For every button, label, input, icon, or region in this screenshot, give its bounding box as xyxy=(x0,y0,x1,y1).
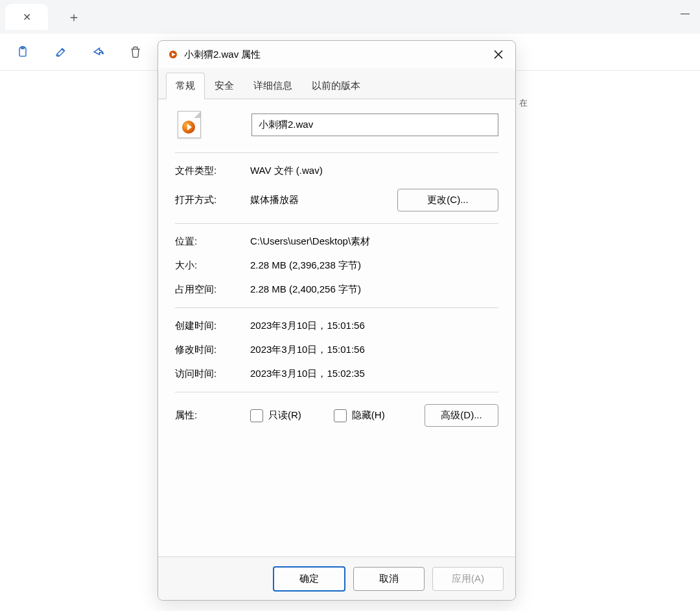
row-created: 创建时间: 2023年3月10日，15:01:56 xyxy=(175,320,498,332)
label-open-with: 打开方式: xyxy=(175,194,250,206)
change-button[interactable]: 更改(C)... xyxy=(397,189,498,211)
separator xyxy=(175,307,498,308)
filename-input[interactable] xyxy=(251,114,498,136)
row-file-type: 文件类型: WAV 文件 (.wav) xyxy=(175,165,498,177)
file-icon-large xyxy=(178,111,201,138)
value-open-with: 媒体播放器 xyxy=(250,194,397,206)
close-icon[interactable]: ✕ xyxy=(23,11,31,23)
rename-icon[interactable] xyxy=(53,45,67,59)
row-attributes: 属性: 只读(R) 隐藏(H) 高级(D)... xyxy=(175,404,498,427)
checkbox-readonly[interactable]: 只读(R) xyxy=(250,409,301,422)
advanced-button[interactable]: 高级(D)... xyxy=(425,404,498,427)
value-accessed: 2023年3月10日，15:02:35 xyxy=(250,368,498,380)
checkbox-label: 隐藏(H) xyxy=(352,409,385,422)
checkbox-box xyxy=(250,409,263,422)
checkbox-hidden[interactable]: 隐藏(H) xyxy=(334,409,385,422)
properties-dialog: 小刺猬2.wav 属性 常规 安全 详细信息 以前的版本 文件类型: WAV 文… xyxy=(158,40,516,601)
window-controls: — xyxy=(670,0,700,26)
ok-button[interactable]: 确定 xyxy=(273,566,345,592)
background-tab[interactable]: ✕ xyxy=(5,4,48,30)
file-type-icon xyxy=(167,49,179,60)
label-size: 大小: xyxy=(175,259,250,272)
tab-strip: 常规 安全 详细信息 以前的版本 xyxy=(158,68,515,99)
label-accessed: 访问时间: xyxy=(175,368,250,380)
checkbox-box xyxy=(334,409,347,422)
label-modified: 修改时间: xyxy=(175,344,250,356)
minimize-button[interactable]: — xyxy=(670,0,700,26)
apply-button[interactable]: 应用(A) xyxy=(432,567,504,591)
close-icon xyxy=(494,50,503,59)
dialog-footer: 确定 取消 应用(A) xyxy=(158,557,515,600)
background-titlebar: ✕ ＋ — xyxy=(0,0,700,34)
filename-row xyxy=(175,111,498,138)
plus-icon: ＋ xyxy=(67,8,80,26)
paste-icon[interactable] xyxy=(16,45,30,59)
label-location: 位置: xyxy=(175,235,250,248)
play-icon xyxy=(182,121,195,134)
row-location: 位置: C:\Users\user\Desktop\素材 xyxy=(175,235,498,248)
value-size: 2.28 MB (2,396,238 字节) xyxy=(250,259,498,272)
share-icon[interactable] xyxy=(91,45,105,59)
label-size-on-disk: 占用空间: xyxy=(175,283,250,296)
close-button[interactable] xyxy=(485,45,511,64)
value-size-on-disk: 2.28 MB (2,400,256 字节) xyxy=(250,283,498,296)
label-created: 创建时间: xyxy=(175,320,250,332)
separator xyxy=(175,392,498,392)
value-location: C:\Users\user\Desktop\素材 xyxy=(250,235,498,248)
dialog-titlebar: 小刺猬2.wav 属性 xyxy=(158,41,515,68)
tab-details[interactable]: 详细信息 xyxy=(244,73,302,99)
cancel-button[interactable]: 取消 xyxy=(353,567,425,591)
separator xyxy=(175,152,498,153)
separator xyxy=(175,223,498,224)
tab-general[interactable]: 常规 xyxy=(166,73,205,99)
value-modified: 2023年3月10日，15:01:56 xyxy=(250,344,498,356)
row-accessed: 访问时间: 2023年3月10日，15:02:35 xyxy=(175,368,498,380)
value-file-type: WAV 文件 (.wav) xyxy=(250,165,498,177)
label-file-type: 文件类型: xyxy=(175,165,250,177)
tab-previous[interactable]: 以前的版本 xyxy=(302,73,370,99)
delete-icon[interactable] xyxy=(128,45,143,59)
value-created: 2023年3月10日，15:01:56 xyxy=(250,320,498,332)
dialog-content: 文件类型: WAV 文件 (.wav) 打开方式: 媒体播放器 更改(C)...… xyxy=(158,99,515,557)
row-modified: 修改时间: 2023年3月10日，15:01:56 xyxy=(175,344,498,356)
label-attributes: 属性: xyxy=(175,409,250,422)
dialog-title: 小刺猬2.wav 属性 xyxy=(184,49,485,61)
row-size: 大小: 2.28 MB (2,396,238 字节) xyxy=(175,259,498,272)
background-new-tab[interactable]: ＋ xyxy=(57,4,91,30)
background-text: 在 xyxy=(519,97,528,109)
tab-security[interactable]: 安全 xyxy=(205,73,244,99)
checkbox-label: 只读(R) xyxy=(268,409,301,422)
row-size-on-disk: 占用空间: 2.28 MB (2,400,256 字节) xyxy=(175,283,498,296)
row-open-with: 打开方式: 媒体播放器 更改(C)... xyxy=(175,189,498,211)
